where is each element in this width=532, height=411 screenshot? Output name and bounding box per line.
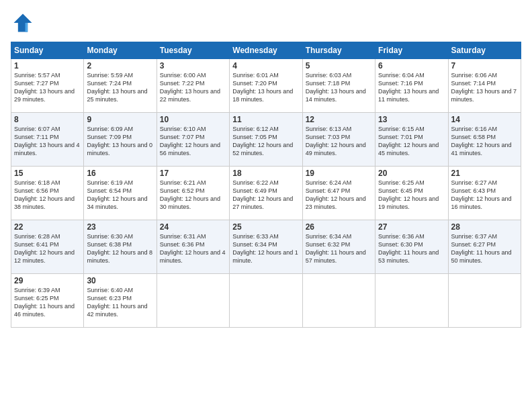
calendar-day-cell: 19 Sunrise: 6:24 AMSunset: 6:47 PMDaylig… xyxy=(302,167,375,220)
page: SundayMondayTuesdayWednesdayThursdayFrid… xyxy=(0,0,532,411)
calendar-day-cell: 8 Sunrise: 6:07 AMSunset: 7:11 PMDayligh… xyxy=(11,113,84,167)
day-info: Sunrise: 5:57 AMSunset: 7:27 PMDaylight:… xyxy=(14,71,81,104)
header xyxy=(11,11,521,35)
day-info: Sunrise: 6:31 AMSunset: 6:36 PMDaylight:… xyxy=(160,232,226,265)
day-info: Sunrise: 6:27 AMSunset: 6:43 PMDaylight:… xyxy=(451,179,518,212)
logo-icon xyxy=(11,11,35,35)
calendar-day-cell: 21 Sunrise: 6:27 AMSunset: 6:43 PMDaylig… xyxy=(448,167,521,220)
calendar-day-cell: 5 Sunrise: 6:03 AMSunset: 7:18 PMDayligh… xyxy=(302,59,375,113)
day-info: Sunrise: 6:19 AMSunset: 6:54 PMDaylight:… xyxy=(87,179,153,212)
day-info: Sunrise: 6:33 AMSunset: 6:34 PMDaylight:… xyxy=(232,232,299,265)
day-info: Sunrise: 6:40 AMSunset: 6:23 PMDaylight:… xyxy=(87,286,153,319)
calendar-day-cell: 6 Sunrise: 6:04 AMSunset: 7:16 PMDayligh… xyxy=(375,59,448,113)
calendar-day-cell: 1 Sunrise: 5:57 AMSunset: 7:27 PMDayligh… xyxy=(11,59,84,113)
day-number: 19 xyxy=(306,169,372,178)
calendar-week-row: 15 Sunrise: 6:18 AMSunset: 6:56 PMDaylig… xyxy=(11,167,521,220)
day-number: 14 xyxy=(451,115,518,124)
calendar-day-cell: 14 Sunrise: 6:16 AMSunset: 6:58 PMDaylig… xyxy=(448,113,521,167)
day-info: Sunrise: 5:59 AMSunset: 7:24 PMDaylight:… xyxy=(87,71,153,104)
calendar-table: SundayMondayTuesdayWednesdayThursdayFrid… xyxy=(11,42,521,328)
day-number: 23 xyxy=(87,222,153,232)
calendar-day-cell: 7 Sunrise: 6:06 AMSunset: 7:14 PMDayligh… xyxy=(448,59,521,113)
day-number: 13 xyxy=(378,115,445,124)
day-info: Sunrise: 6:24 AMSunset: 6:47 PMDaylight:… xyxy=(306,179,372,212)
day-number: 15 xyxy=(14,169,81,178)
day-number: 26 xyxy=(306,222,372,232)
day-number: 16 xyxy=(87,169,153,178)
day-number: 9 xyxy=(87,115,153,124)
day-number: 12 xyxy=(306,115,372,124)
calendar-day-cell xyxy=(375,274,448,328)
day-number: 8 xyxy=(14,115,81,124)
day-number: 3 xyxy=(160,61,226,71)
calendar-day-cell: 23 Sunrise: 6:30 AMSunset: 6:38 PMDaylig… xyxy=(84,220,157,274)
calendar-day-cell: 20 Sunrise: 6:25 AMSunset: 6:45 PMDaylig… xyxy=(375,167,448,220)
calendar-day-cell: 4 Sunrise: 6:01 AMSunset: 7:20 PMDayligh… xyxy=(230,59,302,113)
calendar-day-cell xyxy=(448,274,521,328)
day-info: Sunrise: 6:00 AMSunset: 7:22 PMDaylight:… xyxy=(160,71,226,104)
day-info: Sunrise: 6:12 AMSunset: 7:05 PMDaylight:… xyxy=(232,125,299,158)
day-info: Sunrise: 6:16 AMSunset: 6:58 PMDaylight:… xyxy=(451,125,518,158)
day-info: Sunrise: 6:01 AMSunset: 7:20 PMDaylight:… xyxy=(232,71,299,104)
calendar-day-cell: 26 Sunrise: 6:34 AMSunset: 6:32 PMDaylig… xyxy=(302,220,375,274)
day-number: 2 xyxy=(87,61,153,71)
day-number: 6 xyxy=(378,61,445,71)
calendar-day-cell: 13 Sunrise: 6:15 AMSunset: 7:01 PMDaylig… xyxy=(375,113,448,167)
day-number: 30 xyxy=(87,276,153,285)
day-info: Sunrise: 6:28 AMSunset: 6:41 PMDaylight:… xyxy=(14,232,81,265)
weekday-header: Tuesday xyxy=(157,42,229,59)
weekday-header: Friday xyxy=(375,42,448,59)
calendar-day-cell: 30 Sunrise: 6:40 AMSunset: 6:23 PMDaylig… xyxy=(84,274,157,328)
svg-marker-0 xyxy=(14,14,32,32)
day-number: 22 xyxy=(14,222,81,232)
day-number: 24 xyxy=(160,222,226,232)
day-number: 10 xyxy=(160,115,226,124)
weekday-header: Sunday xyxy=(11,42,84,59)
day-number: 11 xyxy=(232,115,299,124)
day-number: 25 xyxy=(232,222,299,232)
day-number: 27 xyxy=(378,222,445,232)
day-number: 7 xyxy=(451,61,518,71)
calendar-day-cell xyxy=(302,274,375,328)
day-info: Sunrise: 6:15 AMSunset: 7:01 PMDaylight:… xyxy=(378,125,445,158)
day-info: Sunrise: 6:21 AMSunset: 6:52 PMDaylight:… xyxy=(160,179,226,212)
day-number: 17 xyxy=(160,169,226,178)
day-info: Sunrise: 6:03 AMSunset: 7:18 PMDaylight:… xyxy=(306,71,372,104)
calendar-day-cell: 16 Sunrise: 6:19 AMSunset: 6:54 PMDaylig… xyxy=(84,167,157,220)
day-info: Sunrise: 6:25 AMSunset: 6:45 PMDaylight:… xyxy=(378,179,445,212)
calendar-day-cell: 10 Sunrise: 6:10 AMSunset: 7:07 PMDaylig… xyxy=(157,113,229,167)
day-info: Sunrise: 6:13 AMSunset: 7:03 PMDaylight:… xyxy=(306,125,372,158)
day-info: Sunrise: 6:07 AMSunset: 7:11 PMDaylight:… xyxy=(14,125,81,158)
weekday-header: Saturday xyxy=(448,42,521,59)
calendar-week-row: 1 Sunrise: 5:57 AMSunset: 7:27 PMDayligh… xyxy=(11,59,521,113)
day-number: 4 xyxy=(232,61,299,71)
day-info: Sunrise: 6:10 AMSunset: 7:07 PMDaylight:… xyxy=(160,125,226,158)
calendar-day-cell xyxy=(230,274,302,328)
weekday-header: Thursday xyxy=(302,42,375,59)
day-info: Sunrise: 6:34 AMSunset: 6:32 PMDaylight:… xyxy=(306,232,372,265)
calendar-day-cell: 25 Sunrise: 6:33 AMSunset: 6:34 PMDaylig… xyxy=(230,220,302,274)
calendar-day-cell: 27 Sunrise: 6:36 AMSunset: 6:30 PMDaylig… xyxy=(375,220,448,274)
logo xyxy=(11,11,38,35)
day-info: Sunrise: 6:09 AMSunset: 7:09 PMDaylight:… xyxy=(87,125,153,158)
day-number: 28 xyxy=(451,222,518,232)
day-info: Sunrise: 6:22 AMSunset: 6:49 PMDaylight:… xyxy=(232,179,299,212)
day-info: Sunrise: 6:30 AMSunset: 6:38 PMDaylight:… xyxy=(87,232,153,265)
calendar-day-cell: 15 Sunrise: 6:18 AMSunset: 6:56 PMDaylig… xyxy=(11,167,84,220)
day-info: Sunrise: 6:36 AMSunset: 6:30 PMDaylight:… xyxy=(378,232,445,265)
day-number: 21 xyxy=(451,169,518,178)
calendar-week-row: 29 Sunrise: 6:39 AMSunset: 6:25 PMDaylig… xyxy=(11,274,521,328)
calendar-day-cell xyxy=(157,274,229,328)
calendar-day-cell: 22 Sunrise: 6:28 AMSunset: 6:41 PMDaylig… xyxy=(11,220,84,274)
calendar-week-row: 8 Sunrise: 6:07 AMSunset: 7:11 PMDayligh… xyxy=(11,113,521,167)
weekday-header: Monday xyxy=(84,42,157,59)
day-number: 5 xyxy=(306,61,372,71)
day-info: Sunrise: 6:04 AMSunset: 7:16 PMDaylight:… xyxy=(378,71,445,104)
day-number: 29 xyxy=(14,276,81,285)
weekday-header: Wednesday xyxy=(230,42,302,59)
calendar-day-cell: 17 Sunrise: 6:21 AMSunset: 6:52 PMDaylig… xyxy=(157,167,229,220)
calendar-day-cell: 3 Sunrise: 6:00 AMSunset: 7:22 PMDayligh… xyxy=(157,59,229,113)
calendar-day-cell: 18 Sunrise: 6:22 AMSunset: 6:49 PMDaylig… xyxy=(230,167,302,220)
calendar-day-cell: 28 Sunrise: 6:37 AMSunset: 6:27 PMDaylig… xyxy=(448,220,521,274)
calendar-day-cell: 2 Sunrise: 5:59 AMSunset: 7:24 PMDayligh… xyxy=(84,59,157,113)
